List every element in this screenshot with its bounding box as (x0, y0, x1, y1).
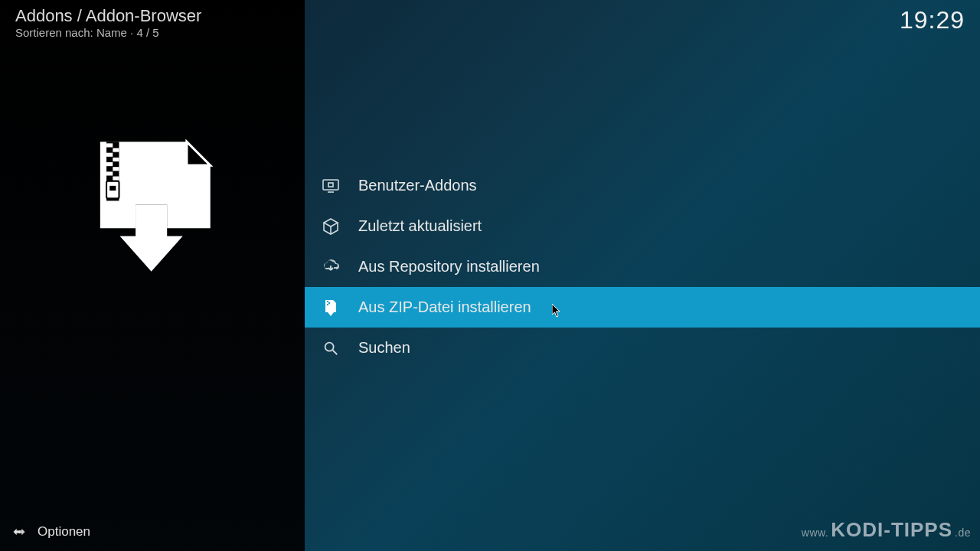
menu-list: Benutzer-Addons Zuletzt aktualisiert Aus… (305, 165, 980, 368)
footer-options[interactable]: Optionen (11, 524, 90, 540)
svg-rect-16 (327, 304, 328, 305)
svg-rect-3 (106, 153, 113, 157)
svg-rect-10 (109, 186, 116, 191)
header: Addons / Addon-Browser Sortieren nach: N… (15, 6, 965, 40)
svg-rect-2 (113, 148, 119, 152)
breadcrumb: Addons / Addon-Browser Sortieren nach: N… (15, 6, 201, 40)
main-content: Benutzer-Addons Zuletzt aktualisiert Aus… (305, 0, 980, 551)
svg-rect-14 (327, 301, 328, 302)
svg-rect-5 (106, 162, 113, 166)
svg-point-17 (325, 342, 334, 350)
svg-rect-1 (106, 143, 113, 147)
menu-item-recently-updated[interactable]: Zuletzt aktualisiert (305, 206, 980, 246)
svg-line-18 (333, 350, 338, 354)
clock: 19:29 (900, 6, 965, 34)
search-icon (320, 337, 341, 359)
svg-rect-7 (106, 171, 113, 175)
footer-options-label: Optionen (38, 524, 90, 540)
menu-item-label: Benutzer-Addons (358, 177, 477, 194)
menu-item-user-addons[interactable]: Benutzer-Addons (305, 165, 980, 206)
menu-item-label: Aus Repository installieren (358, 258, 540, 276)
svg-rect-12 (328, 183, 333, 187)
watermark: www. KODI-TIPPS .de (802, 518, 971, 542)
mouse-cursor-icon (552, 304, 562, 318)
box-icon (320, 216, 341, 237)
sidebar (0, 0, 305, 551)
menu-item-label: Zuletzt aktualisiert (358, 217, 482, 235)
svg-rect-8 (113, 177, 119, 181)
zip-download-large-icon (77, 134, 218, 279)
menu-item-label: Suchen (358, 339, 410, 357)
menu-item-search[interactable]: Suchen (305, 328, 980, 368)
svg-rect-6 (113, 167, 119, 171)
svg-rect-11 (323, 180, 338, 190)
zip-file-icon (320, 297, 341, 318)
arrows-horizontal-icon (11, 524, 27, 540)
sort-indicator: Sortieren nach: Name · 4 / 5 (15, 26, 201, 40)
monitor-icon (320, 175, 341, 197)
menu-item-install-from-repository[interactable]: Aus Repository installieren (305, 246, 980, 287)
cloud-download-icon (320, 256, 341, 278)
breadcrumb-text: Addons / Addon-Browser (15, 6, 201, 26)
menu-item-install-from-zip[interactable]: Aus ZIP-Datei installieren (305, 287, 980, 328)
menu-item-label: Aus ZIP-Datei installieren (358, 298, 531, 316)
svg-rect-15 (328, 302, 330, 304)
svg-rect-4 (113, 158, 119, 161)
